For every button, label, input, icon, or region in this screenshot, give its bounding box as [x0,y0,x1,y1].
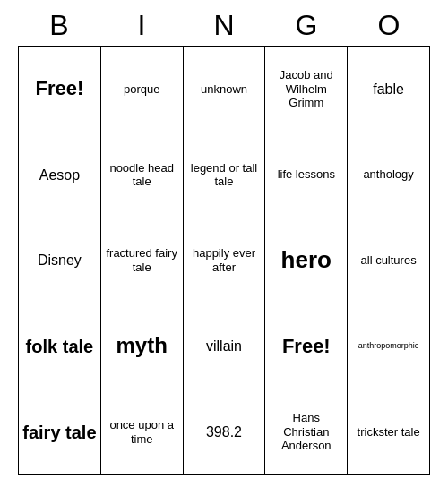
bingo-cell-23: Hans Christian Anderson [265,389,348,475]
bingo-cell-8: life lessons [265,132,348,218]
bingo-cell-22: 398.2 [184,389,266,475]
bingo-cell-11: fractured fairy tale [101,218,184,304]
bingo-grid: Free!porqueunknownJacob and Wilhelm Grim… [18,46,430,475]
bingo-cell-5: Aesop [19,132,101,218]
bingo-cell-24: trickster tale [348,389,430,475]
bingo-cell-7: legend or tall tale [184,132,266,218]
bingo-cell-14: all cultures [348,218,430,304]
bingo-cell-17: villain [184,303,266,389]
bingo-cell-20: fairy tale [19,389,101,475]
letter-n: N [185,9,263,42]
bingo-cell-6: noodle head tale [101,132,184,218]
letter-g: G [268,9,345,42]
letter-i: I [103,9,180,42]
bingo-cell-19: anthropomorphic [348,303,430,389]
letter-o: O [350,9,427,42]
bingo-cell-12: happily ever after [184,218,266,304]
bingo-cell-10: Disney [19,218,101,304]
bingo-cell-2: unknown [184,47,266,132]
bingo-cell-18: Free! [265,303,348,389]
bingo-cell-4: fable [348,47,430,132]
bingo-cell-15: folk tale [19,303,101,389]
bingo-cell-21: once upon a time [101,389,184,475]
bingo-cell-1: porque [101,47,184,132]
bingo-cell-0: Free! [19,47,101,132]
bingo-cell-9: anthology [348,132,430,218]
bingo-cell-3: Jacob and Wilhelm Grimm [265,47,348,132]
bingo-cell-13: hero [265,218,348,304]
letter-b: B [21,9,98,42]
bingo-cell-16: myth [101,303,184,389]
bingo-header: B I N G O [18,9,430,42]
